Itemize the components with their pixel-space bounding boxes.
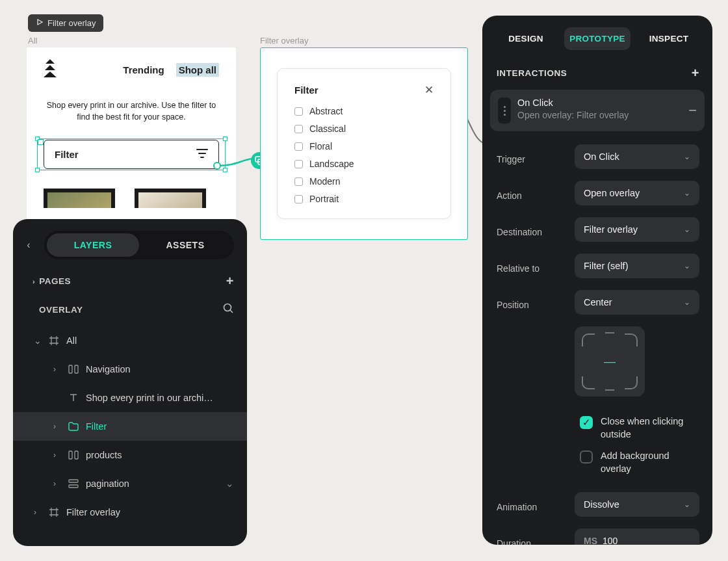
nav-shop-all[interactable]: Shop all	[176, 63, 219, 77]
layer-node-navigation[interactable]: › Navigation	[13, 355, 247, 384]
tab-assets[interactable]: ASSETS	[139, 233, 231, 257]
filter-option[interactable]: Classical	[294, 124, 434, 134]
filter-options: Abstract Classical Floral Landscape Mode…	[294, 106, 434, 204]
filter-field-selection[interactable]: Filter	[44, 140, 219, 169]
checkbox-icon	[294, 107, 303, 116]
text-icon	[68, 392, 79, 404]
play-icon	[36, 18, 44, 28]
svg-rect-7	[75, 451, 78, 459]
add-page-icon[interactable]: +	[226, 274, 234, 289]
tab-layers[interactable]: LAYERS	[47, 233, 139, 257]
add-interaction-icon[interactable]: +	[692, 66, 699, 81]
chevron-right-icon[interactable]: ›	[53, 422, 61, 431]
filter-field[interactable]: Filter	[44, 140, 219, 169]
filter-option[interactable]: Floral	[294, 141, 434, 151]
chevron-down-icon: ⌄	[684, 189, 690, 198]
select-action[interactable]: Open overlay⌄	[575, 181, 699, 205]
chevron-right-icon[interactable]: ›	[53, 479, 61, 488]
tab-inspect[interactable]: INSPECT	[636, 27, 702, 50]
artboard-filter-overlay[interactable]: Filter ✕ Abstract Classical Floral Lands…	[260, 47, 468, 240]
svg-rect-9	[69, 485, 78, 488]
artboard-all[interactable]: Trending Shop all Shop every print in ou…	[27, 47, 236, 220]
row-duration: Duration MS100	[490, 525, 705, 545]
auto-layout-icon	[68, 363, 79, 375]
layer-node-filter[interactable]: › Filter	[13, 412, 247, 441]
label-trigger: Trigger	[497, 149, 568, 164]
interactions-header: INTERACTIONS +	[490, 59, 705, 90]
layer-node-filter-overlay[interactable]: › Filter overlay	[13, 498, 247, 527]
layers-tabs: ‹ LAYERS ASSETS	[13, 228, 247, 263]
checkbox-icon	[294, 177, 303, 186]
select-relative-to[interactable]: Filter (self)⌄	[575, 254, 699, 278]
canvas-label-all[interactable]: All	[28, 36, 37, 46]
chevron-down-icon[interactable]: ⌄	[34, 335, 42, 346]
svg-point-3	[224, 304, 231, 311]
position-center-icon[interactable]: —	[598, 350, 621, 373]
filter-field-label: Filter	[55, 149, 79, 160]
close-icon[interactable]: ✕	[424, 83, 434, 97]
filter-option[interactable]: Portrait	[294, 194, 434, 204]
label-position: Position	[497, 294, 568, 310]
search-icon[interactable]	[223, 303, 234, 316]
filter-option[interactable]: Landscape	[294, 159, 434, 169]
position-grid[interactable]: —	[575, 326, 645, 397]
chevron-down-icon: ⌄	[684, 261, 690, 270]
chevron-right-icon[interactable]: ›	[34, 508, 42, 517]
tab-prototype[interactable]: PROTOTYPE	[564, 27, 630, 50]
svg-rect-4	[69, 365, 72, 373]
check-bg-overlay[interactable]: Add background overlay	[575, 445, 699, 480]
select-destination[interactable]: Filter overlay⌄	[575, 217, 699, 242]
canvas-label-filter-overlay[interactable]: Filter overlay	[260, 36, 308, 46]
checkbox-icon	[294, 142, 303, 151]
select-trigger[interactable]: On Click⌄	[575, 144, 699, 169]
filter-option[interactable]: Modern	[294, 176, 434, 187]
svg-rect-5	[75, 365, 78, 373]
label-relative-to: Relative to	[497, 258, 568, 274]
tab-design[interactable]: DESIGN	[493, 27, 559, 50]
interaction-subtitle: Open overlay: Filter overlay	[517, 110, 682, 120]
row-position: Position Center⌄	[490, 286, 705, 319]
filter-card-title: Filter	[294, 85, 318, 96]
product-thumb	[135, 189, 206, 208]
row-animation: Animation Dissolve⌄	[490, 488, 705, 521]
layer-node-products[interactable]: › products	[13, 441, 247, 469]
auto-layout-icon	[68, 449, 79, 461]
layers-tab-group: LAYERS ASSETS	[44, 231, 234, 259]
product-thumb	[44, 189, 115, 208]
svg-rect-8	[69, 480, 78, 482]
layer-tree: ⌄ All › Navigation Shop every print in o…	[13, 324, 247, 527]
chevron-down-icon[interactable]: ⌄	[226, 478, 234, 489]
layer-node-pagination[interactable]: › pagination ⌄	[13, 469, 247, 498]
check-close-outside[interactable]: ✓ Close when clicking outside	[575, 411, 699, 445]
layers-panel: ‹ LAYERS ASSETS ›PAGES + OVERLAY ⌄ All ›…	[13, 219, 247, 546]
back-chevron-icon[interactable]: ‹	[17, 233, 40, 257]
row-position-grid: — ✓ Close when clicking outside Add back…	[490, 322, 705, 483]
chevron-right-icon[interactable]: ›	[53, 365, 61, 374]
label-action: Action	[497, 185, 568, 201]
filter-icon	[196, 149, 208, 160]
remove-interaction-icon[interactable]: −	[688, 102, 697, 119]
chevron-right-icon[interactable]: ›	[53, 450, 61, 460]
interaction-card[interactable]: On Click Open overlay: Filter overlay −	[490, 90, 705, 131]
layer-node-all[interactable]: ⌄ All	[13, 326, 247, 355]
chevron-down-icon: ⌄	[684, 152, 690, 161]
checkbox-checked-icon: ✓	[580, 416, 593, 429]
checkbox-icon	[294, 160, 303, 168]
frame-name-pill[interactable]: Filter overlay	[28, 14, 103, 32]
overlay-header[interactable]: OVERLAY	[13, 295, 247, 324]
input-duration[interactable]: MS100	[575, 528, 699, 545]
layer-node-text[interactable]: Shop every print in our archi…	[13, 384, 247, 412]
nav-trending[interactable]: Trending	[123, 64, 164, 75]
drag-handle-icon[interactable]	[498, 98, 511, 124]
select-animation[interactable]: Dissolve⌄	[575, 492, 699, 517]
pages-header[interactable]: ›PAGES +	[13, 263, 247, 295]
folder-icon	[68, 421, 79, 432]
select-position[interactable]: Center⌄	[575, 290, 699, 315]
label-destination: Destination	[497, 222, 568, 237]
filter-option[interactable]: Abstract	[294, 106, 434, 116]
chevron-down-icon: ⌄	[684, 225, 690, 234]
svg-rect-6	[69, 451, 72, 459]
blurb-text: Shop every print in our archive. Use the…	[44, 99, 219, 123]
checkbox-icon	[294, 195, 303, 203]
row-action: Action Open overlay⌄	[490, 177, 705, 209]
